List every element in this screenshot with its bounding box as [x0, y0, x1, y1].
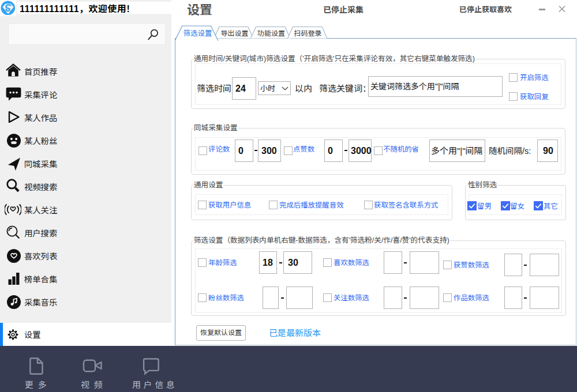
svg-text:扫码登录: 扫码登录: [294, 29, 322, 37]
svg-text:功能设置: 功能设置: [257, 29, 285, 37]
svg-text:导出设置: 导出设置: [221, 29, 249, 37]
svg-text:筛选设置: 筛选设置: [183, 29, 212, 37]
